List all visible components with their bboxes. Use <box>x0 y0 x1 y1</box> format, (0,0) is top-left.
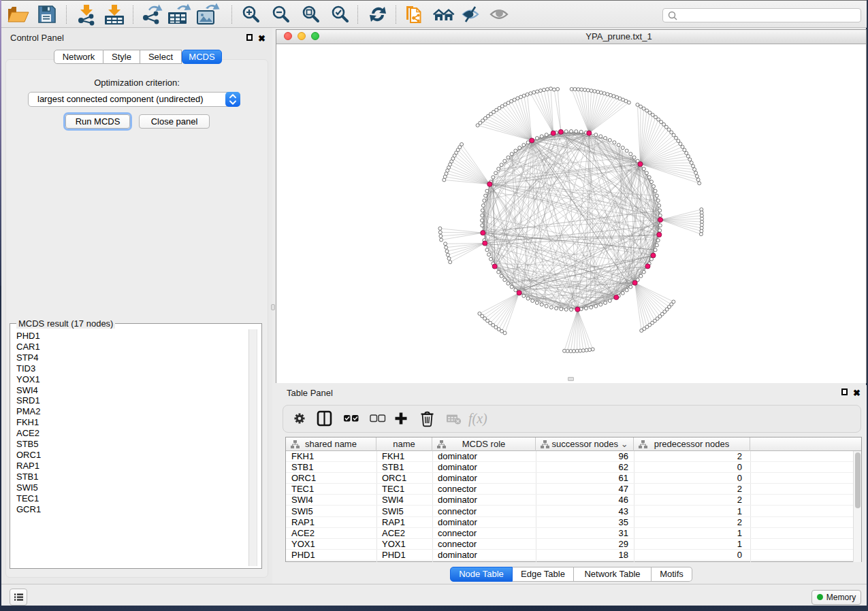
svg-text:f(x): f(x) <box>468 411 487 427</box>
